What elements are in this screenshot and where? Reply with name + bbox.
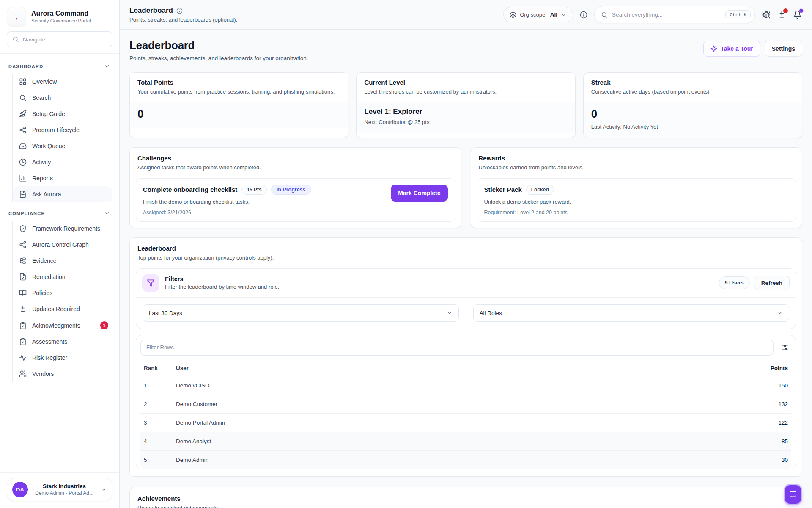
notifications-indicator-dot	[799, 8, 804, 13]
navigate-search[interactable]	[7, 31, 112, 47]
reward-status-pill: Locked	[526, 185, 554, 195]
global-search-input[interactable]	[612, 11, 721, 18]
sidebar-item-work-queue[interactable]: Work Queue	[13, 138, 112, 154]
sidebar-item-acknowledgments[interactable]: Acknowledgments1	[13, 317, 112, 334]
sidebar-item-evidence[interactable]: Evidence	[13, 253, 112, 269]
cell-rank: 3	[144, 414, 176, 432]
activity-icon	[19, 354, 27, 362]
sidebar-item-setup-guide[interactable]: Setup Guide	[13, 106, 112, 122]
cell-user: Demo Portal Admin	[176, 414, 737, 432]
search-shortcut: Ctrl K	[725, 10, 751, 19]
brand-subtitle: Security Governance Portal	[31, 18, 91, 23]
reward-desc: Unlock a demo sticker pack reward.	[484, 199, 571, 205]
sidebar-item-label: Aurora Control Graph	[32, 241, 89, 248]
table-row[interactable]: 1Demo vCISO150	[140, 376, 791, 395]
chevron-down-icon	[777, 310, 783, 316]
sidebar-item-label: Program Lifecycle	[32, 127, 80, 133]
sidebar-item-reports[interactable]: Reports	[13, 170, 112, 186]
sidebar-item-remediation[interactable]: Remediation	[13, 269, 112, 285]
info-icon[interactable]	[580, 11, 587, 19]
settings-button[interactable]: Settings	[765, 41, 802, 57]
page-subtitle: Points, streaks, achievements, and leade…	[129, 55, 308, 61]
sidebar-item-overview[interactable]: Overview	[13, 74, 112, 90]
sidebar-item-label: Activity	[32, 159, 51, 166]
take-a-tour-button[interactable]: Take a Tour	[703, 41, 760, 57]
last-activity-text: Last Activity: No Activity Yet	[591, 124, 794, 130]
global-search[interactable]: Ctrl K	[594, 6, 755, 23]
total-points-card: Total Points Your cumulative points from…	[129, 72, 348, 138]
users-icon	[19, 370, 27, 378]
chat-widget-button[interactable]	[785, 485, 801, 504]
chevron-down-icon	[101, 486, 107, 493]
challenge-item: Complete onboarding checklist 15 Pts In …	[136, 178, 455, 222]
sidebar-item-assessments[interactable]: Assessments	[13, 334, 112, 350]
sidebar-item-updates-required[interactable]: Updates Required	[13, 301, 112, 317]
sidebar-item-ask-aurora[interactable]: Ask Aurora	[13, 186, 112, 202]
card-desc: Level thresholds can be customized by ad…	[364, 88, 567, 96]
sidebar-item-policies[interactable]: Policies	[13, 285, 112, 301]
streak-card: Streak Consecutive active days (based on…	[583, 72, 802, 138]
table-row[interactable]: 5Demo Admin30	[140, 451, 791, 469]
column-header-rank: Rank	[144, 360, 176, 376]
workflow-icon	[19, 241, 27, 248]
challenges-card: Challenges Assigned tasks that award poi…	[129, 147, 461, 228]
filter-rows-input[interactable]	[140, 340, 774, 356]
sidebar-item-aurora-control-graph[interactable]: Aurora Control Graph	[13, 237, 112, 253]
mark-complete-button[interactable]: Mark Complete	[391, 185, 447, 202]
table-row[interactable]: 4Demo Analyst85	[140, 432, 791, 451]
clock-icon	[19, 158, 27, 166]
search-icon	[19, 94, 27, 102]
filters-title: Filters	[165, 276, 279, 282]
sidebar-item-label: Reports	[32, 175, 53, 182]
cell-points: 85	[737, 432, 788, 450]
info-icon[interactable]	[176, 8, 183, 14]
nav-section-dashboard[interactable]: DASHBOARD	[7, 60, 112, 74]
sidebar-item-risk-register[interactable]: Risk Register	[13, 350, 112, 366]
navigate-input[interactable]	[23, 36, 107, 43]
chevron-down-icon	[104, 210, 110, 216]
avatar: DA	[12, 482, 28, 497]
refresh-button[interactable]: Refresh	[754, 276, 790, 290]
topbar-subtitle: Points, streaks, and leaderboards (optio…	[129, 17, 237, 23]
challenge-assigned-date: Assigned: 3/21/2026	[143, 210, 311, 215]
streak-value: 0	[591, 108, 794, 121]
section-desc: Recently unlocked achievements.	[137, 504, 794, 508]
sidebar-item-label: Acknowledgments	[32, 322, 80, 329]
user-menu[interactable]: DA Stark Industries Demo Admin · Portal …	[7, 478, 112, 501]
topbar: Leaderboard Points, streaks, and leaderb…	[120, 0, 812, 30]
cell-user: Demo Customer	[176, 395, 737, 413]
rewards-card: Rewards Unlockables earned from points a…	[471, 147, 803, 228]
rocket-icon	[19, 110, 27, 118]
role-select[interactable]: All Roles	[473, 304, 790, 322]
org-scope-selector[interactable]: Org scope: All	[503, 7, 573, 22]
table-options-button[interactable]	[779, 342, 791, 353]
chat-bubble-icon	[789, 491, 797, 498]
nav-section-compliance[interactable]: COMPLIANCE	[7, 207, 112, 221]
next-level-text: Next: Contributor @ 25 pts	[364, 119, 567, 125]
challenge-status-badge: In Progress	[271, 185, 311, 195]
sidebar-item-framework-requirements[interactable]: Framework Requirements	[13, 221, 112, 237]
challenge-points-pill: 15 Pts	[241, 185, 266, 195]
cell-points: 150	[737, 376, 788, 395]
sidebar-item-search[interactable]: Search	[13, 90, 112, 106]
cell-rank: 1	[144, 376, 176, 395]
sidebar-item-vendors[interactable]: Vendors	[13, 366, 112, 382]
table-row[interactable]: 2Demo Customer132	[140, 395, 791, 414]
sidebar-nav: DASHBOARDOverviewSearchSetup GuideProgra…	[0, 54, 119, 472]
page-title: Leaderboard	[129, 39, 308, 52]
leaderboard-table: Rank User Points 1Demo vCISO1502Demo Cus…	[136, 335, 796, 469]
reward-item: Sticker Pack Locked Unlock a demo sticke…	[477, 178, 796, 222]
sidebar-item-program-lifecycle[interactable]: Program Lifecycle	[13, 122, 112, 138]
updates-button[interactable]	[777, 10, 786, 19]
achievements-card: Achievements Recently unlocked achieveme…	[129, 487, 802, 508]
cell-points: 132	[737, 395, 788, 413]
sidebar: Aurora Command Security Governance Porta…	[0, 0, 120, 508]
sidebar-item-label: Vendors	[32, 370, 54, 377]
sidebar-item-activity[interactable]: Activity	[13, 154, 112, 170]
column-header-user: User	[176, 360, 737, 376]
notifications-button[interactable]	[793, 10, 802, 19]
cell-rank: 4	[144, 432, 176, 450]
bug-report-button[interactable]	[762, 10, 771, 19]
time-window-select[interactable]: Last 30 Days	[143, 304, 459, 322]
table-row[interactable]: 3Demo Portal Admin122	[140, 414, 791, 432]
